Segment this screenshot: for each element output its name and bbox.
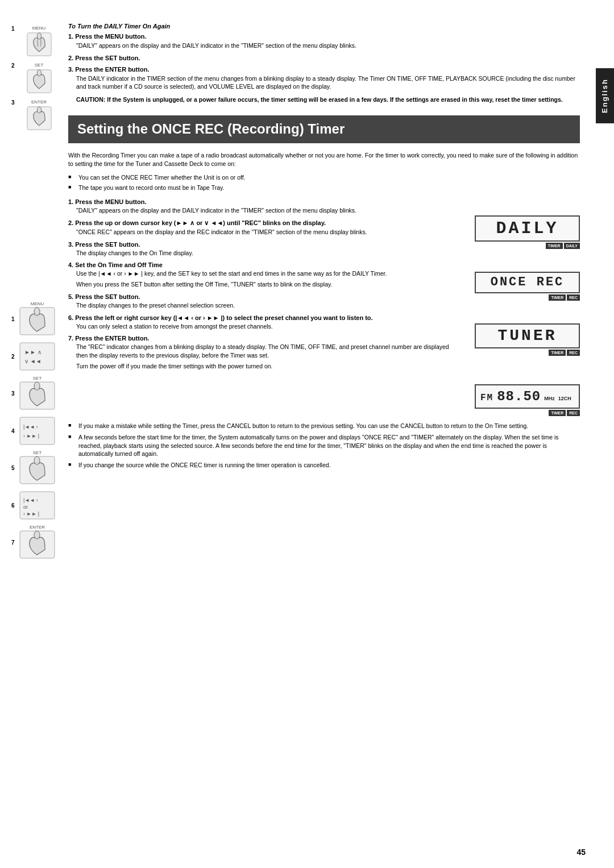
main-step-3: 3. Press the SET button. The display cha… (68, 241, 449, 258)
main-step3-text: The display changes to the On Time displ… (76, 249, 449, 258)
svg-point-14 (34, 382, 40, 390)
bottom-sidebar-step-2: 2 ►► ∧ ∨ ◄◄ (11, 342, 63, 371)
daily-lcd-text: DAILY (482, 220, 573, 237)
rec-indicator-2: REC (567, 350, 580, 356)
hand-drawing-1 (25, 32, 53, 57)
hand-drawing-2 (25, 69, 53, 94)
main-step1-text: "DAILY" appears on the display and the D… (76, 206, 449, 215)
bs-num-7: 7 (11, 539, 17, 546)
svg-point-9 (34, 308, 40, 315)
hand-label-menu: MENU (32, 26, 46, 31)
page-number: 45 (576, 848, 586, 857)
svg-text:|◄◄ ‹: |◄◄ ‹ (23, 424, 38, 430)
main-step6-text: You can only select a station to receive… (76, 322, 449, 331)
svg-point-5 (37, 70, 41, 76)
daily-step-2: 2. Press the SET button. (68, 55, 580, 61)
svg-point-25 (34, 531, 40, 539)
main-step-6: 6. Press the left or right cursor key (|… (68, 314, 449, 331)
bs-num-2: 2 (11, 354, 17, 360)
svg-text:|◄◄ ‹: |◄◄ ‹ (23, 497, 38, 503)
bs-hand-1 (19, 306, 56, 336)
step-num-2: 2 (11, 63, 18, 69)
hand-icon-3: ENTER (20, 99, 57, 131)
steps-column: 1. Press the MENU button. "DAILY" appear… (68, 198, 449, 416)
bullet-1: You can set the ONCE REC Timer whether t… (68, 173, 580, 182)
timer-indicator-1: TIMER (546, 243, 563, 249)
main-step2-text: "ONCE REC" appears on the display and th… (76, 228, 449, 236)
bottom-sidebar: 1 MENU 2 ►► ∧ ∨ ◄◄ (11, 301, 63, 563)
display-column: DAILY TIMER DAILY ONCE REC TIMER REC (455, 198, 580, 416)
note-2: A few seconds before the start time for … (68, 433, 580, 458)
daily-step-3: 3. Press the ENTER button. The DAILY ind… (68, 66, 580, 91)
bottom-sidebar-step-7: 7 ENTER (11, 525, 63, 560)
bs-label-menu: MENU (19, 301, 56, 306)
daily-step2-heading: 2. Press the SET button. (68, 55, 580, 61)
bs-hand-3 (19, 381, 56, 410)
intro-text: With the Recording Timer you can make a … (68, 151, 580, 169)
caution-text: CAUTION: If the System is unplugged, or … (76, 95, 580, 104)
daily-step1-heading: 1. Press the MENU button. (68, 33, 580, 40)
svg-text:or: or (23, 504, 28, 510)
sidebar-step-1: 1 MENU (11, 26, 60, 57)
svg-point-3 (37, 33, 41, 39)
sidebar-step-2: 2 SET (11, 63, 60, 94)
main-step4-subtext: When you press the SET button after sett… (76, 280, 449, 289)
main-step7-subtext: Turn the power off if you made the timer… (76, 362, 449, 371)
svg-point-19 (34, 456, 40, 464)
tuner-display: TUNER TIMER REC (475, 323, 580, 356)
once-rec-lcd-text: ONCE REC (482, 276, 573, 289)
main-step7-heading: 7. Press the ENTER button. (68, 335, 449, 342)
daily-indicator: DAILY (564, 243, 580, 249)
bs-hand-6: |◄◄ ‹ or › ►► | (19, 491, 56, 520)
svg-rect-10 (20, 343, 55, 370)
bs-label-set5: SET (19, 450, 56, 455)
bullet-2: The tape you want to record onto must be… (68, 184, 580, 192)
svg-text:∨ ◄◄: ∨ ◄◄ (24, 358, 42, 364)
english-tab: English (596, 68, 614, 123)
daily-step-1: 1. Press the MENU button. "DAILY" appear… (68, 33, 580, 50)
daily-subtitle: To Turn the DAILY Timer On Again (68, 23, 580, 30)
main-step-1: 1. Press the MENU button. "DAILY" appear… (68, 198, 449, 215)
timer-indicator-4: TIMER (549, 410, 566, 416)
step-num-3: 3 (11, 99, 18, 106)
bs-num-5: 5 (11, 465, 17, 471)
main-step2-heading: 2. Press the up or down cursor key (►► ∧… (68, 219, 449, 227)
main-step4-text: Use the |◄◄ ‹ or › ►► | key, and the SET… (76, 269, 449, 278)
tuner-lcd-text: TUNER (482, 328, 573, 344)
main-step-4: 4. Set the On Time and Off Time Use the … (68, 261, 449, 288)
bs-hand-5 (19, 455, 56, 485)
timer-indicator-2: TIMER (549, 294, 566, 301)
svg-text:› ►► |: › ►► | (23, 433, 39, 439)
bs-num-1: 1 (11, 316, 17, 322)
fm-display: FM 88.50 MHz 12CH TIMER REC (475, 384, 580, 416)
timer-indicator-3: TIMER (549, 350, 566, 356)
rec-indicator-3: REC (567, 410, 580, 416)
main-step7-text: The "REC" indicator changes from a blink… (76, 343, 449, 359)
bs-label-set3: SET (19, 376, 56, 381)
fm-ch: 12CH (558, 396, 571, 401)
main-step3-heading: 3. Press the SET button. (68, 241, 449, 248)
note-3: If you change the source while the ONCE … (68, 461, 580, 470)
note-1: If you make a mistake while setting the … (68, 422, 580, 430)
bs-num-6: 6 (11, 502, 17, 509)
daily-step1-text: "DAILY" appears on the display and the D… (76, 41, 580, 50)
notes-section: If you make a mistake while setting the … (68, 422, 580, 469)
daily-step3-heading: 3. Press the ENTER button. (68, 66, 580, 73)
bottom-sidebar-step-3: 3 SET (11, 376, 63, 412)
bottom-sidebar-step-5: 5 SET (11, 450, 63, 486)
main-content: To Turn the DAILY Timer On Again 1. Pres… (68, 23, 586, 470)
main-step1-heading: 1. Press the MENU button. (68, 198, 449, 205)
hand-icon-1: MENU (20, 26, 57, 57)
hand-label-enter: ENTER (31, 99, 47, 105)
hand-icon-2: SET (20, 63, 57, 94)
main-step-7: 7. Press the ENTER button. The "REC" ind… (68, 335, 449, 370)
rec-indicator-1: REC (567, 294, 580, 301)
bs-num-3: 3 (11, 391, 17, 397)
section-header: Setting the ONCE REC (Recording) Timer (68, 115, 580, 143)
once-rec-display: ONCE REC TIMER REC (475, 272, 580, 301)
main-step6-heading: 6. Press the left or right cursor key (|… (68, 314, 449, 321)
bs-hand-2: ►► ∧ ∨ ◄◄ (19, 342, 56, 371)
daily-display: DAILY TIMER DAILY (475, 215, 580, 249)
daily-step3-text: The DAILY indicator in the TIMER section… (76, 74, 580, 91)
hand-drawing-3 (25, 106, 53, 131)
